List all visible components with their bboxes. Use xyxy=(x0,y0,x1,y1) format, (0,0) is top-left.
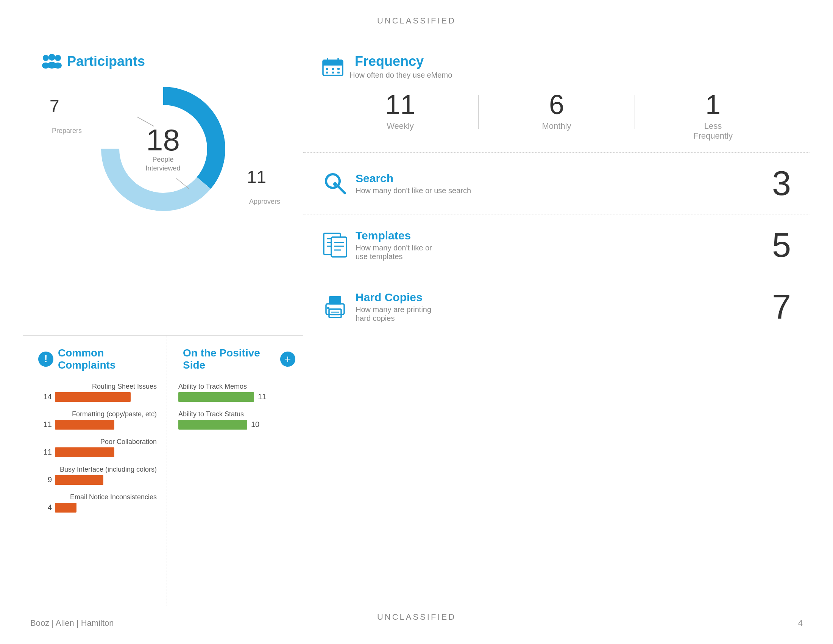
main-content: Participants xyxy=(23,38,810,606)
complaint-bar-interface xyxy=(55,475,103,485)
frequency-header: Frequency How often do they use eMemo xyxy=(322,53,791,80)
approvers-callout: 11 Approvers xyxy=(247,167,280,206)
svg-point-0 xyxy=(43,55,49,61)
participants-section: Participants xyxy=(23,38,303,336)
total-count: 18 xyxy=(145,125,180,155)
positive-section: On the Positive Side + Ability to Track … xyxy=(167,336,303,606)
people-icon xyxy=(42,53,62,69)
complaint-item-interface: Busy Interface (including colors) 9 xyxy=(38,465,159,485)
monthly-count: 6 xyxy=(479,91,635,118)
search-icon xyxy=(322,171,348,196)
right-panel: Frequency How often do they use eMemo 11… xyxy=(303,38,810,606)
exclamation-icon: ! xyxy=(38,351,53,367)
positive-count-status: 10 xyxy=(251,420,259,429)
plus-icon: + xyxy=(280,351,295,367)
calendar-icon xyxy=(322,57,343,76)
monthly-stat: 6 Monthly xyxy=(479,91,635,131)
donut-center: 18 PeopleInterviewed xyxy=(145,125,180,173)
search-count: 3 xyxy=(772,166,791,200)
complaint-label-formatting: Formatting (copy/paste, etc) xyxy=(38,410,159,418)
complaint-item-routing: Routing Sheet Issues 14 xyxy=(38,383,159,402)
svg-rect-17 xyxy=(338,68,339,70)
complaint-bar-routing xyxy=(55,392,130,402)
complaints-section: ! Common Complaints Routing Sheet Issues… xyxy=(23,336,167,606)
participants-header: Participants xyxy=(42,53,284,69)
positive-label-memos: Ability to Track Memos xyxy=(178,383,295,391)
bordered-container: Participants xyxy=(23,38,810,606)
complaint-item-collaboration: Poor Collaboration 11 xyxy=(38,438,159,457)
less-label: LessFrequently xyxy=(635,121,791,141)
positive-count-memos: 11 xyxy=(258,393,266,401)
svg-rect-12 xyxy=(323,60,343,66)
templates-title: Templates xyxy=(355,229,772,242)
hard-copies-title: Hard Copies xyxy=(355,291,772,304)
printer-icon xyxy=(322,294,348,320)
donut-chart-container: 18 PeopleInterviewed 7 Preparers 11 xyxy=(42,80,284,217)
svg-rect-34 xyxy=(329,309,341,317)
complaints-header: ! Common Complaints xyxy=(38,347,159,371)
bottom-half: ! Common Complaints Routing Sheet Issues… xyxy=(23,336,303,606)
complaint-label-interface: Busy Interface (including colors) xyxy=(38,465,159,473)
monthly-label: Monthly xyxy=(479,121,635,131)
approvers-label: Approvers xyxy=(249,198,280,206)
templates-count: 5 xyxy=(772,228,791,262)
weekly-stat: 11 Weekly xyxy=(322,91,478,131)
complaints-title: Common Complaints xyxy=(58,347,159,371)
frequency-stats: 11 Weekly 6 Monthly 1 LessFrequently xyxy=(322,91,791,141)
positive-header: On the Positive Side + xyxy=(178,347,295,371)
positive-bar-status xyxy=(178,420,247,430)
hard-copies-subtitle: How many are printing hard copies xyxy=(355,305,772,323)
positive-item-memos: Ability to Track Memos 11 xyxy=(178,383,295,402)
left-panel: Participants xyxy=(23,38,303,606)
preparers-count: 7 xyxy=(50,96,82,116)
hard-copies-count: 7 xyxy=(772,290,791,324)
hard-copies-section: Hard Copies How many are printing hard c… xyxy=(303,276,810,338)
less-stat: 1 LessFrequently xyxy=(635,91,791,141)
complaint-item-formatting: Formatting (copy/paste, etc) 11 xyxy=(38,410,159,430)
complaint-bar-collaboration xyxy=(55,448,114,457)
preparers-label: Preparers xyxy=(52,127,82,135)
positive-label-status: Ability to Track Status xyxy=(178,410,295,418)
frequency-section: Frequency How often do they use eMemo 11… xyxy=(303,38,810,153)
complaint-bar-email xyxy=(55,503,77,512)
complaint-label-routing: Routing Sheet Issues xyxy=(38,383,159,391)
positive-bar-memos xyxy=(178,392,254,402)
complaint-bar-formatting xyxy=(55,420,114,430)
frequency-subtitle: How often do they use eMemo xyxy=(349,71,452,80)
svg-rect-16 xyxy=(332,68,334,70)
svg-rect-20 xyxy=(338,72,339,74)
complaint-label-collaboration: Poor Collaboration xyxy=(38,438,159,446)
complaint-count-collaboration: 11 xyxy=(38,448,52,456)
preparers-callout: 7 Preparers xyxy=(50,96,82,135)
svg-rect-28 xyxy=(331,237,346,257)
complaint-count-email: 4 xyxy=(38,503,52,512)
complaint-count-routing: 14 xyxy=(38,393,52,401)
templates-subtitle: How many don't like or use templates xyxy=(355,243,772,261)
footer-company: Booz | Allen | Hamilton xyxy=(30,618,114,628)
templates-icon xyxy=(322,232,348,258)
positive-item-status: Ability to Track Status 10 xyxy=(178,410,295,430)
participants-title: Participants xyxy=(67,53,145,69)
svg-point-37 xyxy=(327,307,330,309)
search-title: Search xyxy=(355,172,772,185)
footer-page: 4 xyxy=(798,618,803,628)
svg-point-2 xyxy=(48,54,55,61)
less-count: 1 xyxy=(635,91,791,118)
svg-rect-33 xyxy=(329,296,341,304)
svg-rect-18 xyxy=(326,72,328,74)
search-section: Search How many don't like or use search… xyxy=(303,153,810,214)
svg-rect-19 xyxy=(332,72,334,74)
svg-rect-15 xyxy=(326,68,328,70)
svg-line-22 xyxy=(338,186,345,193)
templates-info: Templates How many don't like or use tem… xyxy=(355,229,772,261)
weekly-label: Weekly xyxy=(322,121,478,131)
complaint-label-email: Email Notice Inconsistencies xyxy=(38,493,159,501)
total-label: PeopleInterviewed xyxy=(145,155,180,173)
search-info: Search How many don't like or use search xyxy=(355,172,772,195)
search-subtitle: How many don't like or use search xyxy=(355,187,772,195)
templates-section: Templates How many don't like or use tem… xyxy=(303,214,810,276)
svg-point-23 xyxy=(333,182,337,186)
positive-title: On the Positive Side xyxy=(183,347,276,371)
approvers-count: 11 xyxy=(247,167,280,187)
svg-point-5 xyxy=(54,63,62,69)
